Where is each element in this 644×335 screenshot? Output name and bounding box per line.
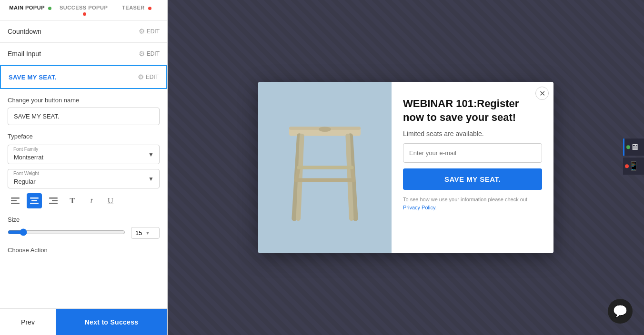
popup-modal: ✕ WEBINAR 101:Register now to save your … bbox=[258, 82, 553, 253]
svg-rect-5 bbox=[30, 203, 39, 204]
desktop-indicator bbox=[626, 145, 630, 149]
tab-success-popup-dot bbox=[83, 12, 86, 16]
chat-icon: 💬 bbox=[613, 305, 627, 318]
countdown-gear-icon: ⚙ bbox=[139, 27, 145, 36]
size-row: 15 ▼ bbox=[8, 227, 160, 239]
svg-rect-6 bbox=[49, 197, 58, 199]
popup-email-input[interactable] bbox=[403, 143, 542, 163]
close-icon: ✕ bbox=[539, 89, 545, 98]
align-left-button[interactable] bbox=[8, 193, 23, 208]
popup-title: WEBINAR 101:Register now to save your se… bbox=[403, 97, 542, 124]
tab-success-popup-label: SUCCESS POPUP bbox=[60, 5, 108, 10]
bottom-bar: Prev Next to Success bbox=[0, 308, 167, 335]
section-email-input[interactable]: Email Input ⚙ EDIT bbox=[0, 43, 167, 65]
mobile-icon: 📱 bbox=[628, 161, 639, 171]
tab-teaser-dot bbox=[148, 7, 151, 10]
svg-rect-0 bbox=[11, 197, 20, 199]
size-slider[interactable] bbox=[8, 228, 125, 236]
svg-line-17 bbox=[296, 168, 299, 180]
choose-action-label: Choose Action bbox=[8, 246, 160, 254]
email-gear-icon: ⚙ bbox=[139, 49, 145, 58]
section-email-edit[interactable]: ⚙ EDIT bbox=[139, 49, 160, 58]
button-name-label: Change your button name bbox=[8, 97, 160, 104]
next-button[interactable]: Next to Success bbox=[56, 309, 167, 335]
popup-content-side: ✕ WEBINAR 101:Register now to save your … bbox=[392, 82, 553, 253]
chat-bubble-button[interactable]: 💬 bbox=[608, 299, 633, 324]
align-center-button[interactable] bbox=[27, 193, 42, 208]
tab-bar: MAIN POPUP SUCCESS POPUP TEASER bbox=[0, 0, 167, 20]
size-slider-wrapper[interactable] bbox=[8, 228, 125, 238]
desktop-icon: 🖥 bbox=[630, 142, 639, 152]
countdown-edit-label: EDIT bbox=[147, 28, 160, 35]
align-right-button[interactable] bbox=[46, 193, 61, 208]
popup-close-button[interactable]: ✕ bbox=[535, 87, 549, 100]
mobile-device-button[interactable]: 📱 bbox=[623, 158, 644, 175]
svg-rect-7 bbox=[52, 200, 58, 202]
tab-success-popup[interactable]: SUCCESS POPUP bbox=[57, 0, 111, 20]
save-gear-icon: ⚙ bbox=[138, 73, 144, 81]
prev-button[interactable]: Prev bbox=[0, 309, 56, 335]
bold-button[interactable]: T bbox=[65, 193, 80, 208]
size-value: 15 bbox=[135, 229, 145, 236]
email-edit-label: EDIT bbox=[147, 50, 160, 57]
content-area: Change your button name Typeface Font Fa… bbox=[0, 89, 167, 308]
section-save-my-seat[interactable]: SAVE MY SEAT. ⚙ EDIT bbox=[0, 65, 167, 89]
popup-cta-button[interactable]: SAVE MY SEAT. bbox=[403, 168, 542, 190]
italic-button[interactable]: t bbox=[84, 193, 99, 208]
svg-rect-2 bbox=[11, 203, 20, 204]
main-area: ✕ WEBINAR 101:Register now to save your … bbox=[168, 0, 644, 335]
save-edit-label: EDIT bbox=[146, 74, 159, 80]
svg-rect-8 bbox=[49, 203, 58, 204]
popup-policy: To see how we use your information pleas… bbox=[403, 196, 542, 211]
underline-button[interactable]: U bbox=[103, 193, 118, 208]
typeface-label: Typeface bbox=[8, 133, 160, 140]
tab-teaser-label: TEASER bbox=[122, 5, 145, 10]
align-style-row: T t U bbox=[8, 193, 160, 208]
svg-rect-3 bbox=[30, 197, 39, 199]
popup-subtitle: Limited seats are available. bbox=[403, 130, 542, 138]
desktop-device-button[interactable]: 🖥 bbox=[623, 138, 644, 156]
font-family-wrapper: Font Family Montserrat ▼ bbox=[8, 145, 160, 164]
privacy-policy-link[interactable]: Privacy Policy bbox=[403, 205, 435, 210]
tab-main-popup-dot bbox=[48, 7, 51, 10]
svg-rect-4 bbox=[31, 200, 37, 202]
tab-teaser[interactable]: TEASER bbox=[110, 0, 163, 20]
font-weight-label: Font Weight bbox=[13, 171, 39, 176]
size-arrow-icon: ▼ bbox=[145, 230, 155, 236]
stool-image bbox=[272, 96, 377, 239]
font-weight-wrapper: Font Weight Regular ▼ bbox=[8, 169, 160, 188]
device-switcher: 🖥 📱 bbox=[623, 138, 644, 175]
section-email-label: Email Input bbox=[8, 50, 41, 58]
svg-point-11 bbox=[319, 127, 331, 132]
left-panel: MAIN POPUP SUCCESS POPUP TEASER Countdow… bbox=[0, 0, 168, 335]
mobile-indicator bbox=[625, 164, 629, 168]
button-name-input[interactable] bbox=[8, 108, 160, 125]
section-countdown-label: Countdown bbox=[8, 28, 41, 35]
font-family-label: Font Family bbox=[13, 147, 38, 152]
section-save-edit[interactable]: ⚙ EDIT bbox=[138, 73, 159, 81]
tab-main-popup-label: MAIN POPUP bbox=[9, 5, 44, 10]
size-select-display[interactable]: 15 ▼ bbox=[131, 227, 160, 239]
popup-image-side bbox=[258, 82, 392, 253]
svg-line-18 bbox=[352, 168, 353, 180]
svg-rect-1 bbox=[11, 200, 17, 202]
tab-main-popup[interactable]: MAIN POPUP bbox=[4, 0, 57, 20]
section-countdown[interactable]: Countdown ⚙ EDIT bbox=[0, 20, 167, 43]
section-save-label: SAVE MY SEAT. bbox=[9, 74, 57, 81]
section-countdown-edit[interactable]: ⚙ EDIT bbox=[139, 27, 160, 36]
size-label: Size bbox=[8, 216, 160, 223]
